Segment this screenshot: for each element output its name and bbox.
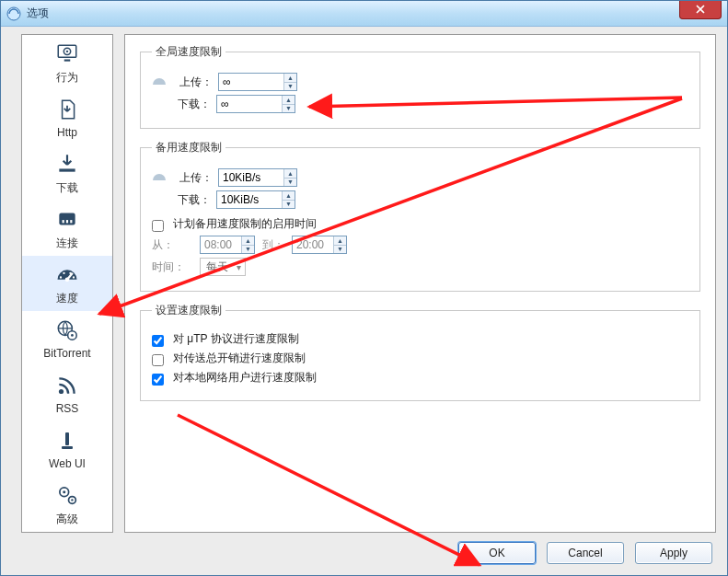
alt-upload-label: 上传： (174, 170, 213, 186)
sidebar-item-label: Http (57, 126, 77, 139)
sidebar-item-advanced[interactable]: 高级 (22, 477, 112, 532)
global-upload-input[interactable] (219, 74, 283, 90)
sidebar-item-label: Web UI (49, 457, 86, 470)
dialog-buttons: OK Cancel Apply (458, 542, 712, 564)
svg-point-13 (73, 276, 75, 278)
alt-download-label: 下载： (172, 192, 211, 208)
spin-up-icon[interactable]: ▲ (334, 236, 346, 246)
spin-up-icon[interactable]: ▲ (284, 74, 296, 83)
svg-point-21 (63, 490, 65, 493)
global-upload-label: 上传： (174, 75, 213, 90)
opt-local-checkbox[interactable] (152, 374, 164, 386)
window-title: 选项 (27, 6, 723, 21)
spin-up-icon[interactable]: ▲ (242, 236, 254, 246)
svg-point-12 (69, 271, 71, 273)
global-upload-spinner[interactable]: ▲▼ (218, 73, 297, 91)
apply-button[interactable]: Apply (635, 542, 712, 564)
svg-rect-6 (63, 220, 64, 223)
monitor-gear-icon (54, 40, 80, 66)
spin-up-icon[interactable]: ▲ (283, 96, 295, 105)
document-download-icon (54, 97, 80, 122)
globe-gear-icon (54, 317, 80, 343)
spin-down-icon[interactable]: ▼ (283, 201, 295, 209)
group-legend: 备用速度限制 (152, 140, 225, 156)
ethernet-icon (54, 206, 80, 232)
sidebar-item-label: 连接 (56, 236, 78, 251)
spin-down-icon[interactable]: ▼ (283, 105, 295, 113)
gauge-small-icon (152, 171, 167, 184)
sidebar-item-speed[interactable]: 速度 (22, 256, 112, 311)
svg-rect-18 (65, 432, 69, 445)
spin-down-icon[interactable]: ▼ (334, 246, 346, 254)
opt-utp-label[interactable]: 对 μTP 协议进行速度限制 (173, 331, 299, 347)
client-area: 行为 Http 下载 连接 (8, 34, 720, 533)
global-download-label: 下载： (172, 97, 211, 112)
opt-local-label[interactable]: 对本地网络用户进行速度限制 (173, 370, 317, 386)
global-download-input[interactable] (217, 96, 282, 112)
gauge-small-icon (152, 75, 167, 88)
global-download-spinner[interactable]: ▲▼ (216, 95, 295, 113)
sidebar-item-download[interactable]: 下载 (22, 145, 112, 201)
schedule-from-input[interactable] (201, 236, 241, 253)
app-icon (6, 6, 21, 21)
sidebar-item-webui[interactable]: Web UI (22, 421, 112, 477)
svg-point-23 (71, 499, 73, 501)
group-legend: 设置速度限制 (152, 303, 225, 318)
sidebar-item-http[interactable]: Http (22, 90, 112, 145)
schedule-to-spinner[interactable]: ▲▼ (292, 236, 347, 254)
sidebar-item-label: 高级 (56, 512, 78, 527)
sidebar-item-behavior[interactable]: 行为 (22, 35, 112, 90)
rate-settings-group: 设置速度限制 对 μTP 协议进行速度限制 对传送总开销进行速度限制 对本地网络… (140, 303, 700, 401)
spin-down-icon[interactable]: ▼ (284, 83, 296, 91)
sidebar-item-label: 行为 (56, 70, 78, 86)
sidebar-item-label: RSS (56, 402, 79, 415)
svg-point-16 (71, 334, 74, 337)
schedule-from-spinner[interactable]: ▲▼ (200, 236, 255, 254)
spin-down-icon[interactable]: ▼ (242, 246, 254, 254)
svg-rect-7 (66, 220, 68, 223)
group-legend: 全局速度限制 (152, 44, 225, 60)
schedule-days-select[interactable]: 每天 (200, 258, 246, 276)
spin-up-icon[interactable]: ▲ (283, 191, 295, 201)
rss-icon (54, 373, 80, 398)
sidebar-item-bittorrent[interactable]: BitTorrent (22, 311, 112, 366)
alt-download-input[interactable] (217, 191, 282, 208)
schedule-to-input[interactable] (293, 236, 333, 253)
sidebar-item-connection[interactable]: 连接 (22, 201, 112, 256)
options-dialog: 选项 行为 Http (0, 0, 728, 576)
opt-overhead-checkbox[interactable] (152, 354, 164, 366)
alt-upload-spinner[interactable]: ▲▼ (218, 168, 297, 187)
schedule-to-label: 到： (260, 237, 286, 253)
schedule-checkbox-label[interactable]: 计划备用速度限制的启用时间 (173, 216, 317, 232)
alt-upload-input[interactable] (219, 169, 283, 186)
close-button[interactable] (679, 0, 722, 19)
svg-rect-19 (62, 446, 73, 449)
svg-point-4 (66, 50, 68, 52)
speed-panel: 全局速度限制 上传： ▲▼ 下载： ▲▼ (124, 34, 716, 533)
schedule-days-label: 时间： (152, 259, 194, 275)
cancel-button[interactable]: Cancel (547, 542, 624, 564)
svg-rect-5 (59, 213, 75, 225)
spin-up-icon[interactable]: ▲ (284, 169, 296, 179)
svg-point-10 (60, 276, 62, 278)
titlebar: 选项 (1, 1, 727, 27)
svg-rect-8 (70, 220, 72, 223)
sidebar-item-label: 下载 (56, 180, 78, 196)
server-icon (54, 428, 80, 454)
opt-utp-checkbox[interactable] (152, 335, 164, 347)
opt-overhead-label[interactable]: 对传送总开销进行速度限制 (173, 351, 306, 366)
svg-point-17 (59, 389, 64, 394)
svg-rect-2 (64, 59, 71, 61)
alt-download-spinner[interactable]: ▲▼ (216, 190, 295, 209)
window-control-group (679, 0, 727, 19)
gauge-icon (54, 261, 80, 287)
sidebar: 行为 Http 下载 连接 (21, 34, 113, 533)
sidebar-item-rss[interactable]: RSS (22, 366, 112, 421)
global-speed-group: 全局速度限制 上传： ▲▼ 下载： ▲▼ (140, 44, 700, 129)
spin-down-icon[interactable]: ▼ (284, 179, 296, 187)
sidebar-item-label: 速度 (56, 291, 78, 306)
ok-button[interactable]: OK (458, 542, 536, 564)
schedule-checkbox[interactable] (152, 220, 164, 232)
schedule-days-value: 每天 (206, 259, 228, 275)
svg-point-11 (63, 271, 64, 273)
